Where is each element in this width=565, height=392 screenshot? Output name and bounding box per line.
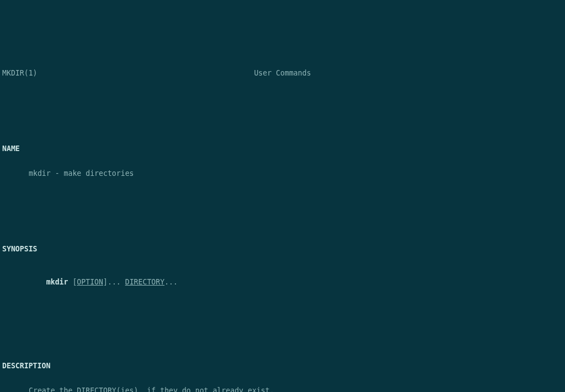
synopsis-trail: ... <box>164 278 178 286</box>
synopsis-option: OPTION <box>77 278 103 286</box>
man-header: MKDIR(1) User Commands MKDIR(1) <box>0 67 565 77</box>
description-line1: Create the DIRECTORY(ies), if they do no… <box>26 386 565 392</box>
synopsis-open: [ <box>68 278 77 286</box>
section-name-title: NAME <box>0 144 565 153</box>
blank-line <box>0 320 565 328</box>
synopsis-close: ]... <box>103 278 125 286</box>
man-page-viewport[interactable]: MKDIR(1) User Commands MKDIR(1) NAME mkd… <box>0 42 565 392</box>
section-synopsis-body: mkdir [OPTION]... DIRECTORY... <box>26 270 565 295</box>
man-header-center: User Commands <box>38 69 528 77</box>
man-header-left: MKDIR(1) <box>2 69 38 77</box>
section-name-body: mkdir - make directories <box>26 169 565 178</box>
blank-line <box>0 103 565 111</box>
section-description-title: DESCRIPTION <box>0 362 565 370</box>
blank-line <box>0 203 565 211</box>
synopsis-directory: DIRECTORY <box>125 278 164 286</box>
section-synopsis-title: SYNOPSIS <box>0 245 565 253</box>
synopsis-cmd: mkdir <box>46 278 68 286</box>
